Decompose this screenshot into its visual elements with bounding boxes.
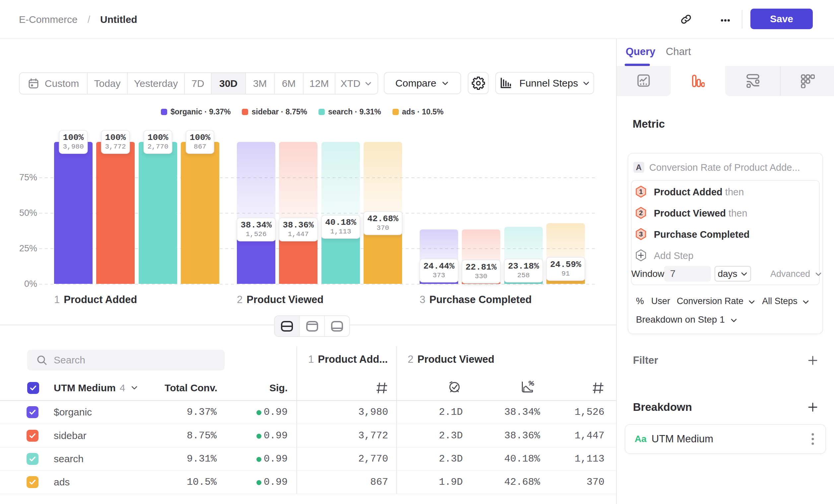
svg-text:2: 2 <box>639 209 642 216</box>
svg-text:1: 1 <box>639 188 642 195</box>
svg-text:3: 3 <box>639 230 642 238</box>
